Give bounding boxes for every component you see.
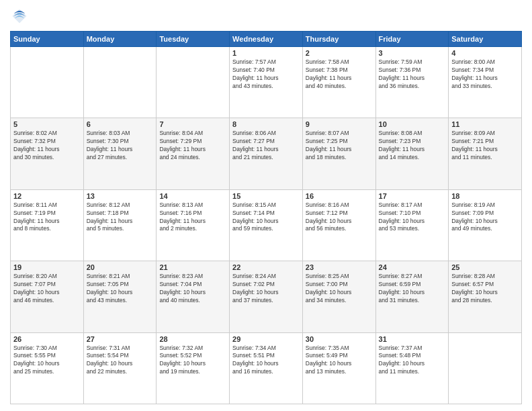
day-number: 14 (159, 192, 226, 200)
day-info: Sunrise: 7:35 AM Sunset: 5:49 PM Dayligh… (306, 345, 373, 377)
calendar-cell: 13Sunrise: 8:12 AM Sunset: 7:18 PM Dayli… (83, 189, 157, 261)
calendar-cell: 21Sunrise: 8:23 AM Sunset: 7:04 PM Dayli… (157, 261, 230, 332)
calendar-cell: 30Sunrise: 7:35 AM Sunset: 5:49 PM Dayli… (302, 332, 375, 404)
calendar-cell: 3Sunrise: 7:59 AM Sunset: 7:36 PM Daylig… (375, 47, 449, 118)
day-number: 31 (379, 335, 446, 343)
day-info: Sunrise: 8:25 AM Sunset: 7:00 PM Dayligh… (306, 273, 373, 305)
day-header: Tuesday (157, 32, 230, 47)
day-number: 24 (379, 263, 446, 271)
day-info: Sunrise: 8:19 AM Sunset: 7:09 PM Dayligh… (451, 201, 519, 234)
day-number: 22 (232, 263, 300, 271)
day-header: Monday (83, 32, 157, 47)
day-info: Sunrise: 8:23 AM Sunset: 7:04 PM Dayligh… (159, 273, 226, 305)
day-info: Sunrise: 8:15 AM Sunset: 7:14 PM Dayligh… (232, 201, 300, 234)
day-number: 13 (87, 192, 154, 200)
calendar-cell: 12Sunrise: 8:11 AM Sunset: 7:19 PM Dayli… (11, 189, 84, 261)
calendar-cell: 29Sunrise: 7:34 AM Sunset: 5:51 PM Dayli… (230, 332, 303, 404)
day-number: 10 (379, 120, 446, 128)
calendar-cell: 20Sunrise: 8:21 AM Sunset: 7:05 PM Dayli… (83, 261, 157, 332)
calendar-cell: 10Sunrise: 8:08 AM Sunset: 7:23 PM Dayli… (375, 118, 449, 189)
day-number: 25 (451, 263, 519, 271)
day-info: Sunrise: 8:20 AM Sunset: 7:07 PM Dayligh… (13, 273, 81, 305)
calendar-week-row: 12Sunrise: 8:11 AM Sunset: 7:19 PM Dayli… (11, 189, 522, 261)
day-info: Sunrise: 7:37 AM Sunset: 5:48 PM Dayligh… (379, 345, 446, 377)
day-number: 28 (159, 335, 226, 343)
day-number: 6 (87, 120, 154, 128)
day-header: Thursday (302, 32, 375, 47)
day-header: Sunday (11, 32, 84, 47)
day-info: Sunrise: 8:16 AM Sunset: 7:12 PM Dayligh… (306, 201, 373, 234)
day-info: Sunrise: 8:02 AM Sunset: 7:32 PM Dayligh… (13, 130, 81, 162)
calendar-week-row: 26Sunrise: 7:30 AM Sunset: 5:55 PM Dayli… (11, 332, 522, 404)
day-number: 16 (306, 192, 373, 200)
calendar-header-row: SundayMondayTuesdayWednesdayThursdayFrid… (11, 32, 522, 47)
day-info: Sunrise: 8:21 AM Sunset: 7:05 PM Dayligh… (87, 273, 154, 305)
day-info: Sunrise: 8:03 AM Sunset: 7:30 PM Dayligh… (87, 130, 154, 162)
day-info: Sunrise: 7:31 AM Sunset: 5:54 PM Dayligh… (87, 345, 154, 377)
day-number: 21 (159, 263, 226, 271)
day-header: Friday (375, 32, 449, 47)
day-info: Sunrise: 8:09 AM Sunset: 7:21 PM Dayligh… (451, 130, 519, 162)
calendar-cell: 15Sunrise: 8:15 AM Sunset: 7:14 PM Dayli… (230, 189, 303, 261)
calendar-cell: 27Sunrise: 7:31 AM Sunset: 5:54 PM Dayli… (83, 332, 157, 404)
day-header: Wednesday (230, 32, 303, 47)
page: SundayMondayTuesdayWednesdayThursdayFrid… (0, 0, 532, 411)
calendar-cell: 19Sunrise: 8:20 AM Sunset: 7:07 PM Dayli… (11, 261, 84, 332)
day-info: Sunrise: 8:04 AM Sunset: 7:29 PM Dayligh… (159, 130, 226, 162)
day-info: Sunrise: 7:34 AM Sunset: 5:51 PM Dayligh… (232, 345, 300, 377)
calendar-cell: 8Sunrise: 8:06 AM Sunset: 7:27 PM Daylig… (230, 118, 303, 189)
calendar-cell: 31Sunrise: 7:37 AM Sunset: 5:48 PM Dayli… (375, 332, 449, 404)
day-number: 27 (87, 335, 154, 343)
day-info: Sunrise: 8:24 AM Sunset: 7:02 PM Dayligh… (232, 273, 300, 305)
day-info: Sunrise: 7:57 AM Sunset: 7:40 PM Dayligh… (232, 58, 300, 91)
day-info: Sunrise: 8:27 AM Sunset: 6:59 PM Dayligh… (379, 273, 446, 305)
calendar-week-row: 5Sunrise: 8:02 AM Sunset: 7:32 PM Daylig… (11, 118, 522, 189)
day-info: Sunrise: 8:07 AM Sunset: 7:25 PM Dayligh… (306, 130, 373, 162)
calendar-cell: 18Sunrise: 8:19 AM Sunset: 7:09 PM Dayli… (449, 189, 522, 261)
calendar-cell: 7Sunrise: 8:04 AM Sunset: 7:29 PM Daylig… (157, 118, 230, 189)
day-number: 11 (451, 120, 519, 128)
day-info: Sunrise: 8:08 AM Sunset: 7:23 PM Dayligh… (379, 130, 446, 162)
calendar-cell: 4Sunrise: 8:00 AM Sunset: 7:34 PM Daylig… (449, 47, 522, 118)
day-info: Sunrise: 7:58 AM Sunset: 7:38 PM Dayligh… (306, 58, 373, 91)
calendar: SundayMondayTuesdayWednesdayThursdayFrid… (10, 31, 522, 404)
day-number: 2 (306, 49, 373, 57)
day-number: 5 (13, 120, 81, 128)
calendar-cell: 22Sunrise: 8:24 AM Sunset: 7:02 PM Dayli… (230, 261, 303, 332)
calendar-cell: 14Sunrise: 8:13 AM Sunset: 7:16 PM Dayli… (157, 189, 230, 261)
calendar-cell: 26Sunrise: 7:30 AM Sunset: 5:55 PM Dayli… (11, 332, 84, 404)
day-info: Sunrise: 8:11 AM Sunset: 7:19 PM Dayligh… (13, 201, 81, 234)
day-number: 20 (87, 263, 154, 271)
calendar-cell: 1Sunrise: 7:57 AM Sunset: 7:40 PM Daylig… (230, 47, 303, 118)
day-info: Sunrise: 8:00 AM Sunset: 7:34 PM Dayligh… (451, 58, 519, 91)
day-number: 29 (232, 335, 300, 343)
day-info: Sunrise: 7:32 AM Sunset: 5:52 PM Dayligh… (159, 345, 226, 377)
calendar-cell: 17Sunrise: 8:17 AM Sunset: 7:10 PM Dayli… (375, 189, 449, 261)
day-info: Sunrise: 8:06 AM Sunset: 7:27 PM Dayligh… (232, 130, 300, 162)
day-info: Sunrise: 8:13 AM Sunset: 7:16 PM Dayligh… (159, 201, 226, 234)
logo-icon (10, 7, 29, 26)
day-number: 12 (13, 192, 81, 200)
day-number: 4 (451, 49, 519, 57)
day-info: Sunrise: 7:59 AM Sunset: 7:36 PM Dayligh… (379, 58, 446, 91)
day-number: 1 (232, 49, 300, 57)
day-info: Sunrise: 8:28 AM Sunset: 6:57 PM Dayligh… (451, 273, 519, 305)
day-number: 15 (232, 192, 300, 200)
calendar-cell: 5Sunrise: 8:02 AM Sunset: 7:32 PM Daylig… (11, 118, 84, 189)
calendar-cell: 6Sunrise: 8:03 AM Sunset: 7:30 PM Daylig… (83, 118, 157, 189)
logo (10, 7, 32, 26)
day-info: Sunrise: 8:17 AM Sunset: 7:10 PM Dayligh… (379, 201, 446, 234)
day-number: 17 (379, 192, 446, 200)
day-number: 26 (13, 335, 81, 343)
calendar-cell: 25Sunrise: 8:28 AM Sunset: 6:57 PM Dayli… (449, 261, 522, 332)
calendar-week-row: 19Sunrise: 8:20 AM Sunset: 7:07 PM Dayli… (11, 261, 522, 332)
calendar-cell (157, 47, 230, 118)
day-number: 30 (306, 335, 373, 343)
day-number: 19 (13, 263, 81, 271)
calendar-cell: 28Sunrise: 7:32 AM Sunset: 5:52 PM Dayli… (157, 332, 230, 404)
calendar-cell: 16Sunrise: 8:16 AM Sunset: 7:12 PM Dayli… (302, 189, 375, 261)
calendar-cell: 11Sunrise: 8:09 AM Sunset: 7:21 PM Dayli… (449, 118, 522, 189)
calendar-cell: 24Sunrise: 8:27 AM Sunset: 6:59 PM Dayli… (375, 261, 449, 332)
calendar-cell (11, 47, 84, 118)
day-info: Sunrise: 7:30 AM Sunset: 5:55 PM Dayligh… (13, 345, 81, 377)
